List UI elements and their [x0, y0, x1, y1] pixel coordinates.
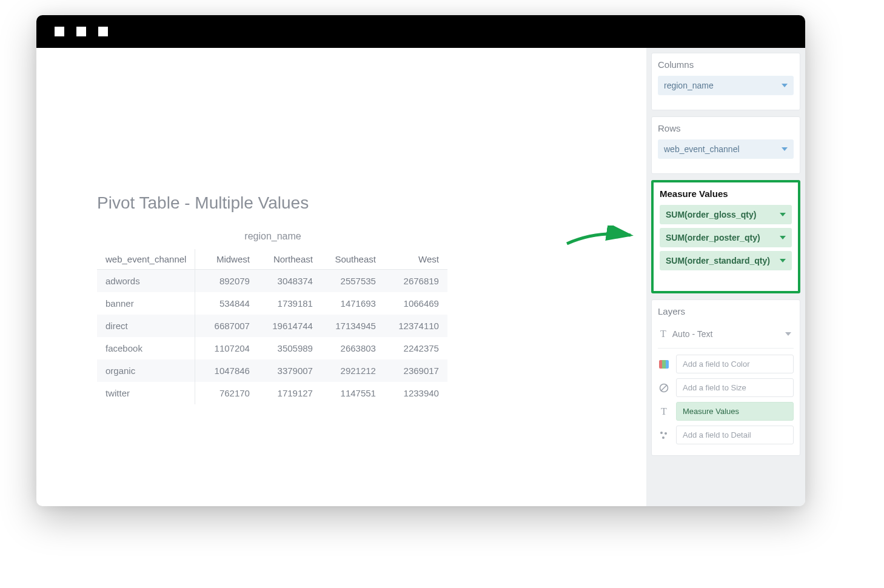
- row-label: banner: [97, 292, 195, 315]
- cell-value: 1047846: [195, 359, 258, 382]
- color-icon: [658, 358, 670, 370]
- measure-values-panel: Measure Values SUM(order_gloss_qty) SUM(…: [651, 180, 800, 293]
- pill-label: SUM(order_gloss_qty): [666, 210, 756, 219]
- cell-value: 1719127: [258, 382, 321, 404]
- chart-title: Pivot Table - Multiple Values: [97, 193, 646, 213]
- pill-label: region_name: [664, 81, 714, 90]
- cell-value: 1147551: [321, 382, 384, 404]
- placeholder-text: Add a field to Color: [683, 359, 750, 369]
- cell-value: 1739181: [258, 292, 321, 315]
- cell-value: 6687007: [195, 315, 258, 337]
- cell-value: 2676819: [384, 270, 447, 293]
- cell-value: 17134945: [321, 315, 384, 337]
- table-row: facebook1107204350598926638032242375: [97, 337, 447, 359]
- measure-pill[interactable]: SUM(order_gloss_qty): [660, 205, 792, 224]
- size-icon: [658, 382, 670, 394]
- row-label: facebook: [97, 337, 195, 359]
- text-icon: T: [658, 406, 670, 418]
- window-titlebar: [36, 15, 805, 48]
- cell-value: 534844: [195, 292, 258, 315]
- rows-pill[interactable]: web_event_channel: [658, 139, 794, 159]
- cell-value: 1107204: [195, 337, 258, 359]
- col-header: Northeast: [258, 249, 321, 270]
- row-field-header: web_event_channel: [97, 249, 195, 270]
- chevron-down-icon: [782, 147, 788, 151]
- color-field[interactable]: Add a field to Color: [676, 355, 794, 373]
- chevron-down-icon: [780, 236, 786, 239]
- measure-values-title: Measure Values: [660, 189, 792, 199]
- column-field-label: region_name: [103, 231, 443, 242]
- cell-value: 2663803: [321, 337, 384, 359]
- app-window: Pivot Table - Multiple Values region_nam…: [36, 15, 805, 506]
- window-control[interactable]: [76, 27, 86, 36]
- field-value: Measure Values: [683, 407, 739, 416]
- row-label: direct: [97, 315, 195, 337]
- pill-label: SUM(order_poster_qty): [666, 233, 760, 242]
- cell-value: 2921212: [321, 359, 384, 382]
- cell-value: 762170: [195, 382, 258, 404]
- size-field[interactable]: Add a field to Size: [676, 378, 794, 397]
- pivot-table: web_event_channel Midwest Northeast Sout…: [97, 249, 447, 404]
- cell-value: 3048374: [258, 270, 321, 293]
- detail-field[interactable]: Add a field to Detail: [676, 426, 794, 444]
- workspace: Pivot Table - Multiple Values region_nam…: [36, 48, 805, 506]
- chevron-down-icon: [782, 84, 788, 87]
- svg-point-2: [665, 432, 667, 435]
- measure-pill[interactable]: SUM(order_standard_qty): [660, 251, 792, 270]
- measure-pill[interactable]: SUM(order_poster_qty): [660, 228, 792, 247]
- row-label: twitter: [97, 382, 195, 404]
- placeholder-text: Add a field to Detail: [683, 430, 751, 439]
- cell-value: 1066469: [384, 292, 447, 315]
- pill-label: SUM(order_standard_qty): [666, 256, 770, 266]
- col-header: Midwest: [195, 249, 258, 270]
- col-header: Southeast: [321, 249, 384, 270]
- cell-value: 19614744: [258, 315, 321, 337]
- main-canvas: Pivot Table - Multiple Values region_nam…: [36, 48, 646, 506]
- table-row: twitter762170171912711475511233940: [97, 382, 447, 404]
- placeholder-text: Add a field to Size: [683, 383, 746, 392]
- config-sidebar: Columns region_name Rows web_event_chann…: [646, 48, 805, 506]
- columns-panel: Columns region_name: [651, 53, 800, 110]
- chevron-down-icon: [780, 259, 786, 262]
- table-row: banner534844173918114716931066469: [97, 292, 447, 315]
- table-row: direct6687007196147441713494512374110: [97, 315, 447, 337]
- cell-value: 1471693: [321, 292, 384, 315]
- chevron-down-icon: [780, 213, 786, 216]
- svg-point-1: [660, 432, 663, 434]
- row-label: adwords: [97, 270, 195, 293]
- annotation-arrow: [564, 226, 637, 256]
- table-row: adwords892079304837425575352676819: [97, 270, 447, 293]
- cell-value: 892079: [195, 270, 258, 293]
- columns-pill[interactable]: region_name: [658, 76, 794, 95]
- cell-value: 2557535: [321, 270, 384, 293]
- window-control[interactable]: [98, 27, 108, 36]
- detail-icon: [658, 429, 670, 441]
- chevron-down-icon: [785, 332, 791, 336]
- window-control[interactable]: [55, 27, 64, 36]
- table-row: organic1047846337900729212122369017: [97, 359, 447, 382]
- col-header: West: [384, 249, 447, 270]
- cell-value: 3505989: [258, 337, 321, 359]
- text-field[interactable]: Measure Values: [676, 402, 794, 421]
- cell-value: 3379007: [258, 359, 321, 382]
- layers-panel: Layers T Auto - Text Add a field to Colo…: [651, 299, 800, 456]
- rows-title: Rows: [658, 123, 794, 133]
- layer-type-label: Auto - Text: [672, 329, 713, 339]
- rows-panel: Rows web_event_channel: [651, 116, 800, 174]
- svg-point-3: [662, 436, 665, 439]
- cell-value: 1233940: [384, 382, 447, 404]
- cell-value: 2242375: [384, 337, 447, 359]
- layers-title: Layers: [658, 306, 794, 316]
- pill-label: web_event_channel: [664, 144, 740, 154]
- row-label: organic: [97, 359, 195, 382]
- layer-type-select[interactable]: T Auto - Text: [658, 325, 794, 349]
- cell-value: 12374110: [384, 315, 447, 337]
- columns-title: Columns: [658, 59, 794, 70]
- text-icon: T: [660, 329, 666, 339]
- cell-value: 2369017: [384, 359, 447, 382]
